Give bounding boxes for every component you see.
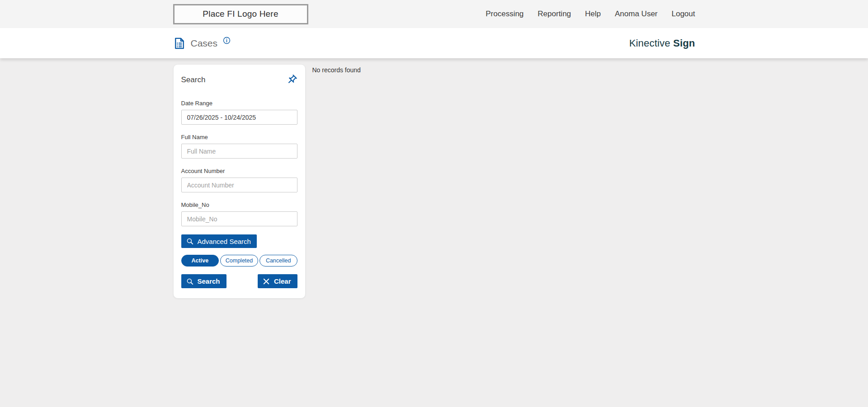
account-number-field-group: Account Number bbox=[181, 168, 297, 192]
clear-button[interactable]: Clear bbox=[258, 274, 297, 288]
pin-icon[interactable] bbox=[286, 74, 297, 85]
page-header: Cases Kinective Sign bbox=[0, 28, 868, 58]
search-panel: Search Date Range Full Name Account Numb… bbox=[173, 64, 306, 299]
advanced-search-button[interactable]: Advanced Search bbox=[181, 234, 257, 248]
fi-logo-placeholder: Place FI Logo Here bbox=[173, 4, 308, 24]
full-name-label: Full Name bbox=[181, 134, 297, 140]
main-content: Search Date Range Full Name Account Numb… bbox=[0, 58, 868, 299]
status-filter-active[interactable]: Active bbox=[181, 255, 219, 267]
page-title: Cases bbox=[191, 38, 218, 49]
nav-processing[interactable]: Processing bbox=[486, 9, 524, 19]
close-icon bbox=[262, 277, 270, 285]
clear-button-label: Clear bbox=[274, 277, 291, 285]
account-number-label: Account Number bbox=[181, 168, 297, 174]
search-button[interactable]: Search bbox=[181, 274, 226, 288]
date-range-input[interactable] bbox=[181, 110, 297, 125]
search-button-label: Search bbox=[198, 277, 220, 285]
top-navigation: Processing Reporting Help Anoma User Log… bbox=[486, 9, 695, 19]
search-icon bbox=[186, 237, 194, 245]
mobile-no-field-group: Mobile_No bbox=[181, 201, 297, 226]
mobile-no-label: Mobile_No bbox=[181, 201, 297, 208]
search-icon bbox=[186, 277, 194, 285]
status-filter-completed[interactable]: Completed bbox=[220, 255, 258, 267]
account-number-input[interactable] bbox=[181, 178, 297, 192]
date-range-field-group: Date Range bbox=[181, 100, 297, 125]
search-panel-title: Search bbox=[181, 74, 206, 84]
status-filter-group: Active Completed Cancelled bbox=[181, 255, 297, 267]
nav-logout[interactable]: Logout bbox=[672, 9, 695, 19]
full-name-field-group: Full Name bbox=[181, 134, 297, 159]
empty-results-message: No records found bbox=[312, 66, 361, 74]
status-filter-cancelled[interactable]: Cancelled bbox=[259, 255, 297, 267]
date-range-label: Date Range bbox=[181, 100, 297, 107]
nav-help[interactable]: Help bbox=[585, 9, 601, 19]
cases-document-icon bbox=[173, 37, 186, 50]
mobile-no-input[interactable] bbox=[181, 211, 297, 226]
brand-logo: Kinective Sign bbox=[629, 37, 695, 49]
nav-reporting[interactable]: Reporting bbox=[538, 9, 571, 19]
top-bar: Place FI Logo Here Processing Reporting … bbox=[0, 0, 868, 28]
info-icon[interactable] bbox=[223, 37, 231, 44]
brand-suffix: Sign bbox=[673, 37, 695, 49]
brand-name: Kinective bbox=[629, 37, 670, 49]
full-name-input[interactable] bbox=[181, 144, 297, 159]
nav-user-menu[interactable]: Anoma User bbox=[615, 9, 657, 19]
fi-logo-text: Place FI Logo Here bbox=[203, 9, 278, 19]
advanced-search-label: Advanced Search bbox=[198, 238, 251, 245]
